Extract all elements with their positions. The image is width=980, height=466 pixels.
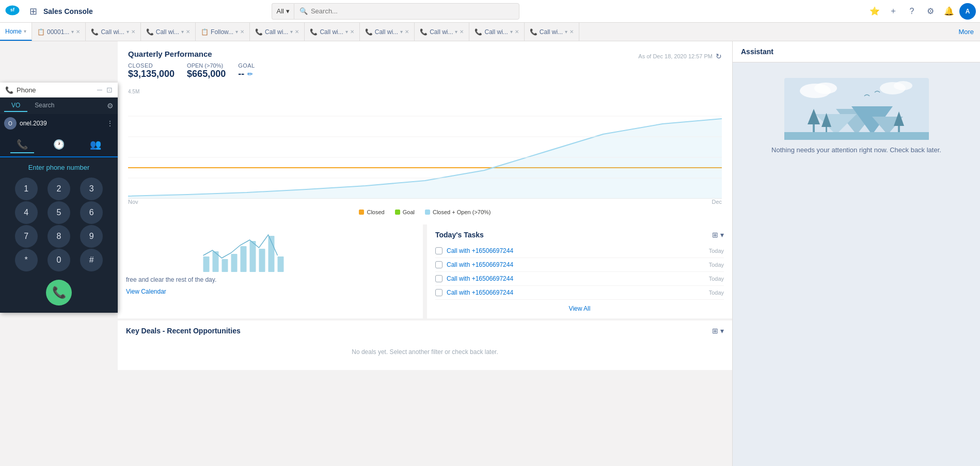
tab-10-dropdown[interactable]: ▾: [565, 29, 567, 35]
task-date-2: Today: [709, 262, 724, 268]
tab-2-icon: 📞: [91, 28, 99, 36]
tab-3[interactable]: 📞 Call wi... ▾ ✕: [141, 23, 196, 41]
tab-9[interactable]: 📞 Call wi... ▾ ✕: [469, 23, 524, 41]
key-deals-sort-icon[interactable]: ▾: [720, 327, 724, 335]
task-checkbox-1[interactable]: [435, 247, 442, 254]
favorites-icon[interactable]: ⭐: [866, 3, 883, 20]
phone-history-icon[interactable]: 🕐: [47, 137, 71, 152]
phone-widget: 📞 Phone ─ ⊡ VO Search ⚙: [0, 83, 118, 313]
tasks-sort-icon[interactable]: ▾: [720, 231, 724, 239]
tasks-filter-icon[interactable]: ⊞: [712, 231, 718, 239]
task-label-1[interactable]: Call with +16506697244: [447, 247, 513, 254]
phone-call-icon[interactable]: 📞: [10, 137, 34, 153]
avatar[interactable]: A: [959, 3, 976, 20]
dial-btn-3[interactable]: 3: [80, 178, 103, 200]
tab-2[interactable]: 📞 Call wi... ▾ ✕: [86, 23, 140, 41]
refresh-icon[interactable]: ↻: [716, 52, 722, 60]
task-label-4[interactable]: Call with +16506697244: [447, 289, 513, 296]
edit-goal-icon[interactable]: ✏: [247, 70, 253, 78]
tab-2-close[interactable]: ✕: [131, 29, 135, 35]
phone-gear-icon[interactable]: ⚙: [107, 102, 114, 110]
tab-6[interactable]: 📞 Call wi... ▾ ✕: [305, 23, 359, 41]
search-input[interactable]: [311, 7, 514, 15]
bottom-cards: free and clear the rest of the day. View…: [118, 224, 732, 318]
svg-rect-9: [203, 256, 210, 272]
phone-expand-button[interactable]: ⊡: [106, 86, 113, 94]
dial-btn-2[interactable]: 2: [48, 178, 70, 200]
view-calendar-link[interactable]: View Calendar: [126, 288, 166, 295]
tab-1[interactable]: 📋 00001... ▾ ✕: [32, 23, 86, 41]
task-label-3[interactable]: Call with +16506697244: [447, 275, 513, 282]
task-checkbox-4[interactable]: [435, 289, 442, 296]
tab-8[interactable]: 📞 Call wi... ▾ ✕: [415, 23, 469, 41]
tab-3-label: Call wi...: [156, 28, 179, 36]
setup-icon[interactable]: ⚙: [922, 3, 939, 20]
key-deals-filter-icon[interactable]: ⊞: [712, 327, 718, 335]
phone-contacts-icon[interactable]: 👥: [84, 137, 107, 152]
task-checkbox-2[interactable]: [435, 261, 442, 268]
calendar-free-text: free and clear the rest of the day.: [126, 276, 415, 283]
chart-x-dec: Dec: [712, 199, 722, 205]
call-button[interactable]: 📞: [46, 280, 72, 306]
dialpad: 1 2 3 4 5 6 7 8 9 * 0 #: [0, 174, 118, 275]
notifications-icon[interactable]: 🔔: [941, 3, 957, 20]
view-all-tasks-link[interactable]: View All: [435, 305, 724, 312]
legend-closed-dot: [359, 210, 364, 215]
tab-8-close[interactable]: ✕: [460, 29, 464, 35]
new-tab-icon[interactable]: ＋: [885, 3, 902, 20]
task-item-2: Call with +16506697244 Today: [435, 258, 724, 272]
sf-logo[interactable]: sf: [4, 2, 23, 20]
tab-1-dropdown[interactable]: ▾: [71, 29, 74, 35]
tab-home[interactable]: Home ▾: [0, 23, 32, 41]
tab-9-dropdown[interactable]: ▾: [510, 29, 513, 35]
dial-btn-7[interactable]: 7: [15, 225, 38, 248]
tab-5[interactable]: 📞 Call wi... ▾ ✕: [250, 23, 305, 41]
dial-btn-4[interactable]: 4: [15, 201, 38, 224]
tab-6-close[interactable]: ✕: [350, 29, 354, 35]
more-tabs-button[interactable]: More: [952, 23, 980, 41]
dial-btn-star[interactable]: *: [15, 249, 38, 271]
tab-10[interactable]: 📞 Call wi... ▾ ✕: [525, 23, 579, 41]
tab-4-dropdown[interactable]: ▾: [235, 29, 238, 35]
phone-minimize-button[interactable]: ─: [97, 86, 102, 94]
tab-9-close[interactable]: ✕: [515, 29, 519, 35]
svg-text:sf: sf: [10, 7, 14, 12]
task-item-3: Call with +16506697244 Today: [435, 272, 724, 286]
dial-btn-9[interactable]: 9: [80, 225, 103, 248]
tab-5-dropdown[interactable]: ▾: [290, 29, 293, 35]
tab-7-dropdown[interactable]: ▾: [400, 29, 403, 35]
tab-6-dropdown[interactable]: ▾: [345, 29, 348, 35]
tab-10-close[interactable]: ✕: [570, 29, 574, 35]
help-icon[interactable]: ?: [904, 3, 920, 20]
tab-7[interactable]: 📞 Call wi... ▾ ✕: [360, 23, 415, 41]
dial-btn-1[interactable]: 1: [15, 178, 38, 200]
tab-5-close[interactable]: ✕: [295, 29, 299, 35]
tab-7-close[interactable]: ✕: [405, 29, 409, 35]
dial-btn-0[interactable]: 0: [48, 249, 70, 271]
chart-x-nov: Nov: [128, 199, 138, 205]
tab-4-close[interactable]: ✕: [240, 29, 244, 35]
tab-3-dropdown[interactable]: ▾: [181, 29, 184, 35]
tab-8-dropdown[interactable]: ▾: [455, 29, 457, 35]
tab-2-dropdown[interactable]: ▾: [127, 29, 129, 35]
phone-tab-search[interactable]: Search: [27, 100, 61, 112]
dial-btn-5[interactable]: 5: [48, 201, 70, 224]
dial-btn-hash[interactable]: #: [80, 249, 103, 271]
dial-btn-6[interactable]: 6: [80, 201, 103, 224]
quarterly-title: Quarterly Performance: [128, 50, 212, 58]
search-scope-dropdown[interactable]: All ▾: [272, 3, 293, 20]
app-launcher-icon[interactable]: ⊞: [26, 4, 40, 19]
tab-8-icon: 📞: [420, 28, 428, 36]
right-panel: Assistant: [732, 41, 980, 466]
task-checkbox-3[interactable]: [435, 275, 442, 282]
phone-tab-vo[interactable]: VO: [4, 100, 27, 112]
tab-5-icon: 📞: [255, 28, 263, 36]
quarterly-card: Quarterly Performance As of Dec 18, 2020…: [118, 41, 732, 87]
task-label-2[interactable]: Call with +16506697244: [447, 261, 513, 268]
dial-btn-8[interactable]: 8: [48, 225, 70, 248]
tab-home-dropdown[interactable]: ▾: [24, 28, 26, 34]
phone-menu-dots[interactable]: ⋮: [106, 119, 114, 127]
tab-3-close[interactable]: ✕: [186, 29, 190, 35]
tab-4[interactable]: 📋 Follow... ▾ ✕: [196, 23, 250, 41]
tab-1-close[interactable]: ✕: [76, 29, 80, 35]
